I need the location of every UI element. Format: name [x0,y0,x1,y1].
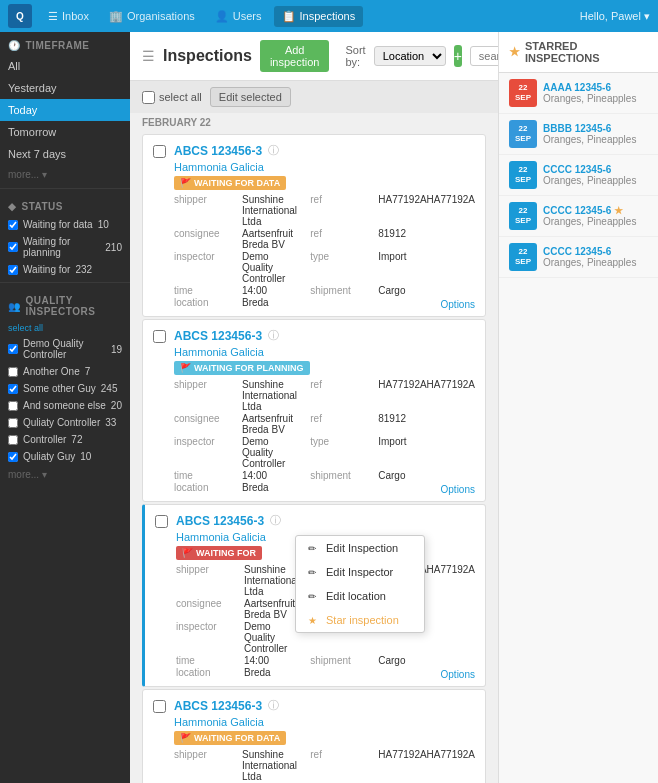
sidebar-quality-header: 👥 QUALITY INSPECTORS [0,287,130,321]
badge-qi-quliaty: 33 [105,417,116,428]
info-icon: ⓘ [270,513,281,528]
starred-item[interactable]: 22SEP CCCC 12345-6 Oranges, Pineapples [499,237,658,278]
starred-item-text: BBBB 12345-6 Oranges, Pineapples [543,123,636,145]
options-link[interactable]: Options [441,484,475,495]
sort-select[interactable]: Location Date Status [374,46,446,66]
starred-item-text: CCCC 12345-6 Oranges, Pineapples [543,246,636,268]
inspection-card: ABCS 123456-3 ⓘ Hammonia Galicia 🚩 WAITI… [142,689,486,783]
sidebar-qi-guy[interactable]: Quliaty Guy 10 [0,448,130,465]
info-icon: ⓘ [268,328,279,343]
context-menu-edit-location[interactable]: ✏ Edit location [296,584,424,608]
starred-item[interactable]: 22SEP CCCC 12345-6 ★ Oranges, Pineapples [499,196,658,237]
status-badge: 🚩 WAITING FOR PLANNING [174,361,310,375]
inspection-company[interactable]: Hammonia Galicia [174,716,475,728]
sidebar-qi-else[interactable]: And someone else 20 [0,397,130,414]
page-header: ☰ Inspections Add inspection Sort by: Lo… [130,32,498,81]
page-title: Inspections [163,47,252,65]
nav-inspections-label: Inspections [300,10,356,22]
starred-panel: ★ STARRED INSPECTIONS 22SEP AAAA 12345-6… [498,32,658,783]
starred-item-text: AAAA 12345-6 Oranges, Pineapples [543,82,636,104]
inspection-code[interactable]: ABCS 123456-3 [176,514,264,528]
add-column-button[interactable]: + [454,45,462,67]
flag-icon: 🚩 [180,363,191,373]
badge-waiting: 232 [75,264,92,275]
sidebar-status-waiting[interactable]: Waiting for 232 [0,261,130,278]
starred-avatar: 22SEP [509,202,537,230]
sidebar-qi-controller[interactable]: Controller 72 [0,431,130,448]
nav-inspections[interactable]: 📋 Inspections [274,6,364,27]
sidebar-item-today[interactable]: Today [0,99,130,121]
inspection-company[interactable]: Hammonia Galicia [174,346,475,358]
sidebar-qi-another[interactable]: Another One 7 [0,363,130,380]
sidebar-status-header: ◆ STATUS [0,193,130,216]
starred-item[interactable]: 22SEP AAAA 12345-6 Oranges, Pineapples [499,73,658,114]
info-icon: ⓘ [268,143,279,158]
sidebar-item-all[interactable]: All [0,55,130,77]
nav-organisations[interactable]: 🏢 Organisations [101,6,203,27]
sidebar-timeframe-more[interactable]: more...▾ [0,165,130,184]
status-badge: 🚩 WAITING FOR [176,546,262,560]
inspections-list-area: ☰ Inspections Add inspection Sort by: Lo… [130,32,498,783]
date-group-1-label: FEBRUARY 22 [130,113,498,132]
context-menu-edit-inspection[interactable]: ✏ Edit Inspection [296,536,424,560]
app-logo: Q [8,4,32,28]
inspection-card: ABCS 123456-3 ⓘ Hammonia Galicia 🚩 WAITI… [142,134,486,317]
sidebar-qi-demo[interactable]: Demo Quality Controller 19 [0,335,130,363]
sidebar-status-waiting-planning[interactable]: Waiting for planning 210 [0,233,130,261]
context-menu-edit-inspector[interactable]: ✏ Edit Inspector [296,560,424,584]
nav-organisations-label: Organisations [127,10,195,22]
inspection-company[interactable]: Hammonia Galicia [174,161,475,173]
nav-items: ☰ Inbox 🏢 Organisations 👤 Users 📋 Inspec… [40,6,580,27]
inspection-checkbox[interactable] [153,145,166,158]
edit-selected-button[interactable]: Edit selected [210,87,291,107]
starred-item-text: CCCC 12345-6 Oranges, Pineapples [543,164,636,186]
nav-users[interactable]: 👤 Users [207,6,270,27]
sidebar-item-yesterday[interactable]: Yesterday [0,77,130,99]
inspection-code[interactable]: ABCS 123456-3 [174,699,262,713]
badge-qi-some: 245 [101,383,118,394]
context-menu-star[interactable]: ★ Star inspection [296,608,424,632]
starred-item[interactable]: 22SEP CCCC 12345-6 Oranges, Pineapples [499,155,658,196]
sidebar-item-next7[interactable]: Next 7 days [0,143,130,165]
inspection-checkbox[interactable] [155,515,168,528]
sidebar-status-waiting-data[interactable]: Waiting for data 10 [0,216,130,233]
badge-qi-else: 20 [111,400,122,411]
inspection-code[interactable]: ABCS 123456-3 [174,144,262,158]
edit-icon: ✏ [308,567,320,578]
sidebar-qi-some[interactable]: Some other Guy 245 [0,380,130,397]
sidebar-quality-select-all[interactable]: select all [0,321,130,335]
starred-avatar: 22SEP [509,79,537,107]
starred-item[interactable]: 22SEP BBBB 12345-6 Oranges, Pineapples [499,114,658,155]
starred-avatar: 22SEP [509,161,537,189]
sidebar-item-tomorrow[interactable]: Tomorrow [0,121,130,143]
badge-qi-controller: 72 [71,434,82,445]
nav-inbox-label: Inbox [62,10,89,22]
inspection-checkbox[interactable] [153,700,166,713]
options-link[interactable]: Options [441,299,475,310]
select-all-label[interactable]: select all [142,91,202,104]
inspection-card: ABCS 123456-3 ⓘ Hammonia Galicia 🚩 WAITI… [142,319,486,502]
sidebar-qi-quliaty[interactable]: Quliaty Controller 33 [0,414,130,431]
sidebar-quality-more[interactable]: more...▾ [0,465,130,484]
inspection-checkbox[interactable] [153,330,166,343]
sidebar: 🕐 TIMEFRAME All Yesterday Today Tomorrow… [0,32,130,783]
flag-icon: 🚩 [182,548,193,558]
search-input[interactable] [470,46,498,66]
inspection-code[interactable]: ABCS 123456-3 [174,329,262,343]
flag-icon: 🚩 [180,733,191,743]
user-greeting[interactable]: Hello, Pawel ▾ [580,10,650,23]
status-icon: ◆ [8,201,17,212]
badge-qi-guy: 10 [80,451,91,462]
select-all-checkbox[interactable] [142,91,155,104]
people-icon: 👥 [8,301,21,312]
options-link[interactable]: Options [441,669,475,680]
badge-waiting-data: 10 [98,219,109,230]
flag-icon: 🚩 [180,178,191,188]
sidebar-timeframe-header: 🕐 TIMEFRAME [0,32,130,55]
badge-qi-another: 7 [85,366,91,377]
nav-users-label: Users [233,10,262,22]
status-badge: 🚩 WAITING FOR DATA [174,176,286,190]
nav-inbox[interactable]: ☰ Inbox [40,6,97,27]
add-inspection-button[interactable]: Add inspection [260,40,330,72]
sort-label: Sort by: [345,44,365,68]
